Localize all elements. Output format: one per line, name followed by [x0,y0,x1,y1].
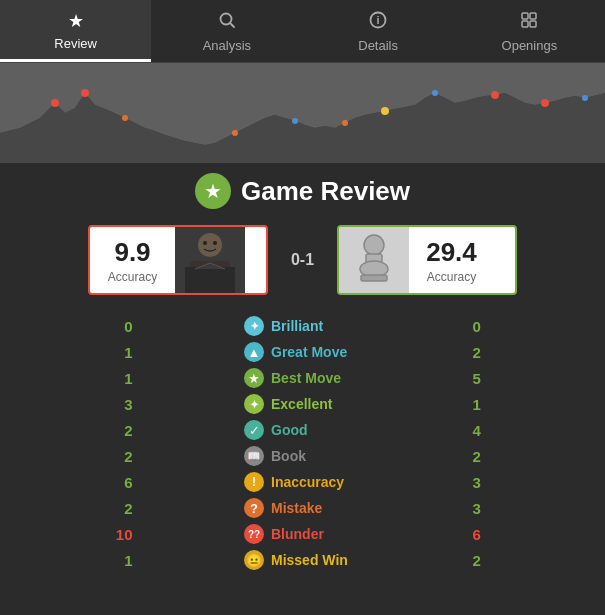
game-review-title: Game Review [241,176,410,207]
stat-right-inaccuracy: 3 [463,474,513,491]
svg-point-21 [198,233,222,257]
svg-point-13 [292,118,298,124]
svg-point-14 [342,120,348,126]
excellent-icon: ✦ [244,394,264,414]
player-left-card: 9.9 Accuracy [88,225,268,295]
svg-point-25 [213,241,217,245]
stat-center-inaccuracy: ! Inaccuracy [143,472,463,492]
stat-row-great-move: 1 ▲ Great Move 2 [93,339,513,365]
stat-name-great-move: Great Move [271,344,361,360]
stat-row-best-move: 1 ★ Best Move 5 [93,365,513,391]
stat-center-brilliant: ✦ Brilliant [143,316,463,336]
svg-point-28 [364,235,384,255]
svg-point-18 [541,99,549,107]
svg-rect-4 [522,13,528,19]
stat-left-best-move: 1 [93,370,143,387]
stat-row-brilliant: 0 ✦ Brilliant 0 [93,313,513,339]
right-player-avatar [339,225,409,295]
tab-analysis-label: Analysis [203,38,251,53]
tab-openings[interactable]: Openings [454,0,605,62]
stat-left-brilliant: 0 [93,318,143,335]
stat-row-excellent: 3 ✦ Excellent 1 [93,391,513,417]
svg-rect-7 [530,21,536,27]
stat-right-blunder: 6 [463,526,513,543]
tab-details[interactable]: i Details [303,0,454,62]
tab-analysis[interactable]: Analysis [151,0,302,62]
stat-left-inaccuracy: 6 [93,474,143,491]
stat-name-best-move: Best Move [271,370,361,386]
tab-review-label: Review [54,36,97,51]
good-icon: ✓ [244,420,264,440]
svg-point-19 [582,95,588,101]
tab-review[interactable]: ★ Review [0,0,151,62]
stat-left-great-move: 1 [93,344,143,361]
inaccuracy-icon: ! [244,472,264,492]
stat-center-good: ✓ Good [143,420,463,440]
stat-right-best-move: 5 [463,370,513,387]
book-icon: 📖 [244,446,264,466]
svg-point-16 [432,90,438,96]
score-box: 0-1 [280,251,325,269]
tab-openings-label: Openings [502,38,558,53]
svg-point-15 [381,107,389,115]
stat-right-book: 2 [463,448,513,465]
stat-right-mistake: 3 [463,500,513,517]
brilliant-icon: ✦ [244,316,264,336]
details-icon: i [369,11,387,34]
review-icon: ★ [68,10,84,32]
stat-right-excellent: 1 [463,396,513,413]
right-accuracy-number: 29.4 [426,237,477,268]
stat-center-missed-win: 😐 Missed Win [143,550,463,570]
stat-left-excellent: 3 [93,396,143,413]
missed-win-icon: 😐 [244,550,264,570]
blunder-icon: ?? [244,524,264,544]
stat-name-book: Book [271,448,361,464]
stat-center-excellent: ✦ Excellent [143,394,463,414]
stat-right-brilliant: 0 [463,318,513,335]
stat-left-mistake: 2 [93,500,143,517]
left-accuracy: 9.9 Accuracy [90,237,175,284]
stat-center-best-move: ★ Best Move [143,368,463,388]
svg-rect-26 [185,267,235,295]
stat-name-good: Good [271,422,361,438]
stat-left-book: 2 [93,448,143,465]
stat-left-blunder: 10 [93,526,143,543]
main-content: ★ Game Review 9.9 Accuracy [0,163,605,588]
svg-point-17 [491,91,499,99]
svg-point-0 [220,14,231,25]
great-move-icon: ▲ [244,342,264,362]
stat-center-blunder: ?? Blunder [143,524,463,544]
best-move-icon: ★ [244,368,264,388]
stat-row-blunder: 10 ?? Blunder 6 [93,521,513,547]
openings-icon [520,11,538,34]
svg-rect-6 [522,21,528,27]
stat-name-blunder: Blunder [271,526,361,542]
stat-row-good: 2 ✓ Good 4 [93,417,513,443]
svg-text:i: i [377,14,380,26]
star-badge: ★ [195,173,231,209]
tab-bar: ★ Review Analysis i Details [0,0,605,63]
game-chart[interactable] [0,63,605,163]
stats-table: 0 ✦ Brilliant 0 1 ▲ Great Move 2 1 ★ Bes… [93,313,513,573]
stat-center-mistake: ? Mistake [143,498,463,518]
stat-name-brilliant: Brilliant [271,318,361,334]
stat-name-inaccuracy: Inaccuracy [271,474,361,490]
svg-point-10 [81,89,89,97]
left-accuracy-number: 9.9 [114,237,150,268]
stat-right-missed-win: 2 [463,552,513,569]
stat-right-great-move: 2 [463,344,513,361]
svg-point-24 [203,241,207,245]
stat-name-excellent: Excellent [271,396,361,412]
svg-rect-5 [530,13,536,19]
stat-center-book: 📖 Book [143,446,463,466]
left-accuracy-label: Accuracy [108,270,157,284]
player-right-card: 29.4 Accuracy [337,225,517,295]
stat-row-missed-win: 1 😐 Missed Win 2 [93,547,513,573]
analysis-icon [218,11,236,34]
svg-point-12 [232,130,238,136]
stat-center-great-move: ▲ Great Move [143,342,463,362]
left-player-avatar [175,225,245,295]
stat-right-good: 4 [463,422,513,439]
stat-name-missed-win: Missed Win [271,552,361,568]
stat-left-good: 2 [93,422,143,439]
